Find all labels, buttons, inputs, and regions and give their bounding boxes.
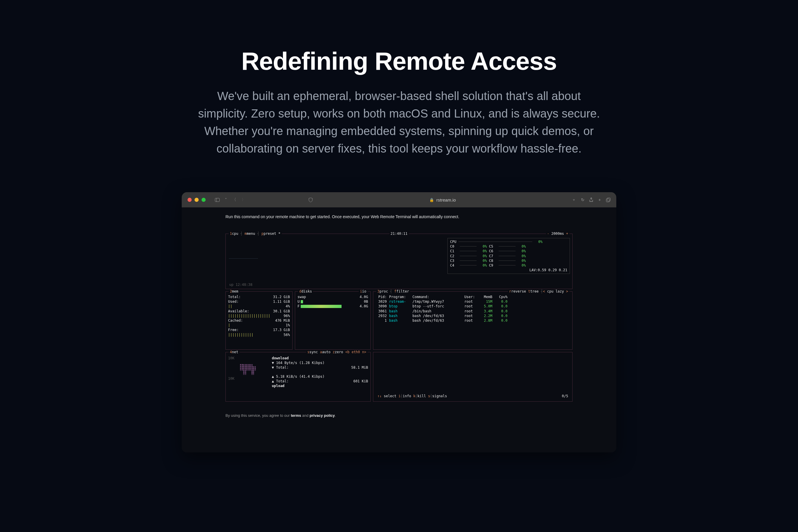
shield-icon[interactable]: [309, 198, 313, 202]
cpu-panel: 1cpu ┤ mmenu ┤ ppreset * 21:40:11 - 2000…: [226, 234, 572, 289]
tabs-icon[interactable]: [606, 197, 610, 202]
close-icon[interactable]: [188, 198, 192, 202]
share-icon[interactable]: [589, 197, 593, 202]
cpu-graph: ⠀⠀⠀⠀⠀⠀⠀⠀⠒⠒⠒⠒⠒⠒⠒⠒⠒⠒⠒⠒⠒⠒⠒⠒⠒⠒⠒⠒: [229, 242, 258, 260]
net-graph: ⣀⣀⣿⣿⣿⣿⣿⣿⣿⣿⣿⣿⣿⣿⣿⣿⣿⣿⣿⣿⣿⣿⣿⣿⣿⣿⣿⣿⣿⣿⠀⠀⣿⣿⠀⠀⠀⣿⣿⠀…: [240, 362, 266, 375]
back-icon[interactable]: 〈: [232, 197, 236, 203]
address-bar[interactable]: 🔒 rstream.io: [429, 197, 456, 203]
proc-row[interactable]: 3090btopbtop --utf-forcroot5.0M0.0: [376, 304, 570, 309]
new-tab-icon[interactable]: +: [598, 197, 601, 202]
privacy-link[interactable]: privacy policy: [309, 413, 335, 418]
hero: Redefining Remote Access We've built an …: [195, 47, 603, 157]
proc-row[interactable]: 1bashbash /dev/fd/63root2.8M0.0: [376, 318, 570, 323]
maximize-icon[interactable]: [202, 198, 206, 202]
disks-panel: ddisks iio swap4.0G U0B F4.0G: [295, 291, 371, 350]
proc-row[interactable]: 2932bashbash /dev/fd/63root2.2M0.0: [376, 314, 570, 318]
minimize-icon[interactable]: [194, 198, 198, 202]
lock-icon: 🔒: [429, 198, 434, 202]
translate-icon[interactable]: ᯤ: [572, 198, 576, 202]
reload-icon[interactable]: ↻: [581, 197, 585, 202]
traffic-lights: [188, 198, 206, 202]
mem-panel: 2mem Total:31.2 GiB Used:1.11 GiB ||4% A…: [226, 291, 292, 350]
browser-window: ˅ 〈 〉 🔒 rstream.io ᯤ ↻ +: [182, 192, 616, 452]
svg-rect-3: [607, 198, 610, 201]
net-panel: 4net ssync aauto zzero <b eth0 n> 10K ⣀⣀…: [226, 352, 371, 402]
svg-rect-0: [215, 198, 220, 202]
cpu-core-box: CPU ─────────────────────────────────── …: [448, 238, 570, 274]
forward-icon[interactable]: 〉: [242, 197, 246, 203]
terminal[interactable]: 1cpu ┤ mmenu ┤ ppreset * 21:40:11 - 2000…: [226, 234, 572, 402]
footer-legal: By using this service, you agree to our …: [226, 413, 572, 418]
hero-subtitle: We've built an ephemeral, browser-based …: [195, 87, 603, 157]
hero-title: Redefining Remote Access: [195, 47, 603, 76]
sidebar-toggle-icon[interactable]: [215, 198, 220, 202]
chevron-down-icon[interactable]: ˅: [225, 197, 227, 202]
terms-link[interactable]: terms: [291, 413, 301, 418]
svg-rect-2: [606, 198, 610, 202]
proc-row[interactable]: 3029rstream-/tmp/tmp.WYwyy7root15M0.0: [376, 299, 570, 304]
uptime: up 12:48:38: [229, 282, 252, 287]
instruction-text: Run this command on your remote machine …: [226, 214, 572, 219]
page-viewport: Run this command on your remote machine …: [182, 207, 616, 452]
browser-chrome: ˅ 〈 〉 🔒 rstream.io ᯤ ↻ +: [182, 192, 616, 207]
proc-row[interactable]: 3061bash/bin/bashroot3.4M0.0: [376, 309, 570, 314]
select-panel: ↑↓ select i┤info k┤kill s┤signals 0/5: [373, 352, 572, 402]
address-text: rstream.io: [436, 197, 456, 203]
clock: 21:40:11: [391, 232, 407, 236]
proc-panel: 3proc ┤ ffilter rreverse ttree ┤< cpu la…: [373, 291, 572, 350]
